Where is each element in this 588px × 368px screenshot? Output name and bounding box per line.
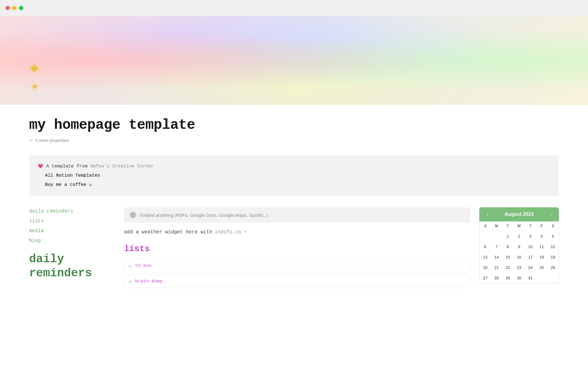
nav-item-lists[interactable]: lists — [29, 218, 115, 224]
calendar-days: 1 2 3 4 5 6 7 8 9 10 11 12 13 14 15 — [480, 231, 559, 283]
cal-day-15[interactable]: 15 — [502, 252, 514, 262]
cal-day-9[interactable]: 9 — [514, 241, 525, 252]
list-item-to-buy[interactable]: ▶ to buy — [124, 259, 470, 272]
embed-block[interactable]: Embed anything (PDFs, Google Docs, Googl… — [124, 207, 470, 223]
lists-section-heading: lists — [124, 244, 470, 254]
cal-day-29[interactable]: 29 — [502, 273, 514, 283]
titlebar — [0, 0, 588, 16]
coffee-link[interactable]: Buy me a coffee ☕ — [45, 180, 550, 190]
heart-emoji: 💗 — [38, 164, 43, 169]
weekday-s1: S — [480, 221, 491, 231]
calendar-weekdays: S M T W T F S — [480, 221, 559, 231]
weekday-m: M — [491, 221, 502, 231]
embed-icon — [130, 212, 136, 218]
weather-line: add a weather widget here with indify.co… — [124, 229, 470, 235]
nav-item-blog[interactable]: blog — [29, 238, 115, 243]
cal-day-25[interactable]: 25 — [536, 262, 547, 273]
weather-caret: ^ — [243, 230, 246, 235]
sparkle-icon: ✦✦ — [28, 61, 41, 93]
cal-day-18[interactable]: 18 — [536, 252, 547, 262]
weather-service-link[interactable]: indify.co — [215, 229, 241, 235]
calendar-widget: ‹ August 2023 › S M T W T F S — [479, 207, 559, 290]
list-item-label: to buy — [135, 263, 152, 268]
cal-day-28[interactable]: 28 — [491, 273, 502, 283]
main-content: my homepage template 3 more properties 💗… — [0, 105, 588, 303]
cal-day-4[interactable]: 4 — [536, 231, 547, 241]
cal-day-10[interactable]: 10 — [525, 241, 536, 252]
cal-day-empty4 — [547, 273, 559, 283]
calendar-grid: S M T W T F S 1 2 3 4 5 — [479, 221, 559, 283]
calendar-next-button[interactable]: › — [548, 211, 554, 218]
close-button[interactable] — [6, 6, 10, 10]
properties-label: 3 more properties — [35, 138, 69, 143]
list-arrow-icon-2: ▶ — [129, 279, 132, 284]
list-arrow-icon: ▶ — [129, 264, 132, 268]
cal-day-1[interactable]: 1 — [502, 231, 514, 241]
cal-day-17[interactable]: 17 — [525, 252, 536, 262]
all-templates-link[interactable]: All Notion Templates — [45, 171, 550, 180]
list-item-brain-dump[interactable]: ▶ brain dump — [124, 275, 470, 288]
daily-reminders-section-heading: daily reminders — [29, 252, 115, 280]
embed-placeholder-text: Embed anything (PDFs, Google Docs, Googl… — [140, 213, 268, 218]
weekday-f: F — [536, 221, 547, 231]
calendar-month-year: August 2023 — [504, 212, 533, 217]
cal-day-27[interactable]: 27 — [480, 273, 491, 283]
cal-day-24[interactable]: 24 — [525, 262, 536, 273]
cal-day-31[interactable]: 31 — [525, 273, 536, 283]
weekday-t2: T — [525, 221, 536, 231]
minimize-button[interactable] — [12, 6, 17, 10]
page-title: my homepage template — [29, 117, 559, 133]
hero-banner: ✦✦ — [0, 16, 588, 105]
weekday-t1: T — [502, 221, 514, 231]
cal-day-23[interactable]: 23 — [514, 262, 525, 273]
calendar-prev-button[interactable]: ‹ — [484, 211, 491, 218]
template-line: 💗 A template from Hafsa's Creative Corne… — [38, 162, 550, 171]
cal-day-13[interactable]: 13 — [480, 252, 491, 262]
cal-day-8[interactable]: 8 — [502, 241, 514, 252]
nav-item-daily-reminders[interactable]: daily reminders — [29, 209, 115, 214]
cal-day-7[interactable]: 7 — [491, 241, 502, 252]
cal-day-22[interactable]: 22 — [502, 262, 514, 273]
properties-row[interactable]: 3 more properties — [29, 138, 559, 143]
info-block: 💗 A template from Hafsa's Creative Corne… — [29, 155, 559, 196]
weekday-s2: S — [547, 221, 559, 231]
cal-day-21-today[interactable]: 21 — [491, 262, 502, 273]
cal-day-19[interactable]: 19 — [547, 252, 559, 262]
cal-day-empty3 — [536, 273, 547, 283]
chevron-down-icon — [29, 138, 33, 143]
cal-day-14[interactable]: 14 — [491, 252, 502, 262]
cal-day-16[interactable]: 16 — [514, 252, 525, 262]
cal-day-empty — [480, 231, 491, 241]
cal-day-11[interactable]: 11 — [536, 241, 547, 252]
cal-day-20[interactable]: 20 — [480, 262, 491, 273]
brand-name: Hafsa's Creative Corner — [90, 164, 154, 169]
center-content: Embed anything (PDFs, Google Docs, Googl… — [124, 207, 470, 290]
cal-day-2[interactable]: 2 — [514, 231, 525, 241]
left-nav: daily reminders lists media blog daily r… — [29, 207, 115, 290]
list-item-label-2: brain dump — [135, 279, 163, 284]
hero-gradient — [0, 16, 588, 105]
cal-day-30[interactable]: 30 — [514, 273, 525, 283]
template-prefix: A template from — [46, 164, 90, 169]
maximize-button[interactable] — [19, 6, 23, 10]
cal-day-5[interactable]: 5 — [547, 231, 559, 241]
cal-day-3[interactable]: 3 — [525, 231, 536, 241]
weekday-w: W — [514, 221, 525, 231]
cal-day-12[interactable]: 12 — [547, 241, 559, 252]
cal-day-26[interactable]: 26 — [547, 262, 559, 273]
cal-day-6[interactable]: 6 — [480, 241, 491, 252]
three-col-layout: daily reminders lists media blog daily r… — [29, 207, 559, 303]
cal-day-empty2 — [491, 231, 502, 241]
calendar-header: ‹ August 2023 › — [479, 207, 559, 221]
nav-item-media[interactable]: media — [29, 228, 115, 234]
